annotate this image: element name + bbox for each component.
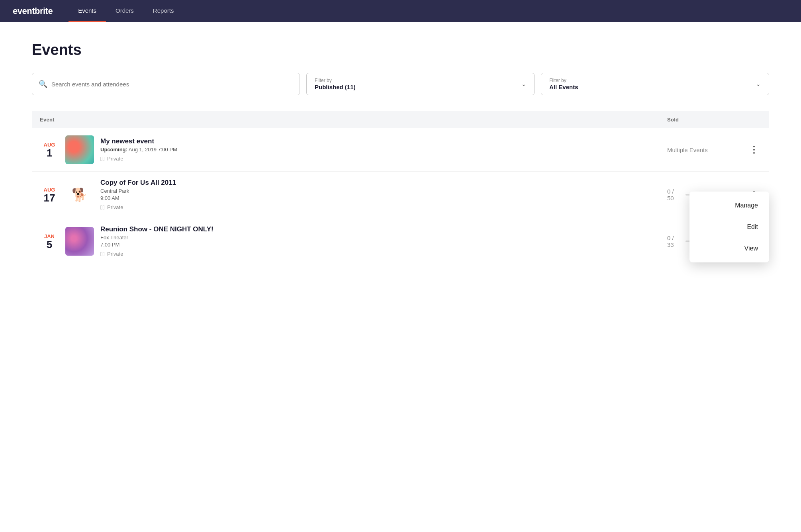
date-day: 1 [40,148,59,158]
event-upcoming: Upcoming: Aug 1, 2019 7:00 PM [100,147,177,153]
logo: eventbrite [13,6,53,16]
filter1-value: Published (11) [315,84,356,90]
events-table: Event Sold Aug 1 My newest event Upcomin… [32,111,769,264]
event-name: My newest event [100,137,177,145]
filter1-label: Filter by [315,78,356,83]
dropdown-menu: Manage Edit View [689,192,769,262]
col-sold: Sold [659,111,739,128]
sold-value: Multiple Events [667,147,708,153]
col-event: Event [32,111,659,128]
event-cell: Jan 5 Reunion Show - ONE NIGHT ONLY! Fox… [32,218,659,265]
event-info: My newest event Upcoming: Aug 1, 2019 7:… [100,137,177,162]
event-time: 9:00 AM [100,195,176,201]
event-location: Fox Theater [100,235,213,241]
table-row: Aug 17 🐕 Copy of For Us All 2011 Central… [32,172,769,218]
filter-allevents-dropdown[interactable]: Filter by All Events ⌄ [541,73,769,95]
sold-value: 0 / 33 [667,235,682,248]
event-time: 7:00 PM [100,242,213,248]
event-thumb [65,227,94,256]
event-name: Copy of For Us All 2011 [100,179,176,187]
more-options-button[interactable] [747,143,761,157]
eye-slash-icon: 👁̸ [100,204,105,211]
page-title: Events [32,41,769,59]
nav-link-orders[interactable]: Orders [106,0,143,22]
event-thumb: 🐕 [65,180,94,209]
private-label: Private [107,156,123,162]
events-body: Aug 1 My newest event Upcoming: Aug 1, 2… [32,128,769,264]
chevron-down-icon2: ⌄ [756,81,761,87]
filter-bar: 🔍 Filter by Published (11) ⌄ Filter by A… [32,73,769,95]
nav-link-reports[interactable]: Reports [143,0,184,22]
private-badge: 👁̸ Private [100,155,177,162]
event-thumb [65,135,94,164]
dropdown-manage[interactable]: Manage [689,195,769,216]
chevron-down-icon: ⌄ [521,81,526,87]
search-input[interactable] [51,81,293,88]
filter-published-dropdown[interactable]: Filter by Published (11) ⌄ [306,73,535,95]
sold-value: 0 / 50 [667,188,682,201]
search-icon: 🔍 [39,80,47,88]
nav-link-events[interactable]: Events [69,0,106,22]
actions-cell [739,128,769,172]
search-box: 🔍 [32,73,300,95]
private-label: Private [107,204,123,210]
date-day: 5 [40,239,59,250]
table-row: Jan 5 Reunion Show - ONE NIGHT ONLY! Fox… [32,218,769,265]
private-badge: 👁̸ Private [100,204,176,211]
main-content: Events 🔍 Filter by Published (11) ⌄ Filt… [0,22,801,284]
navbar: eventbrite Events Orders Reports [0,0,801,22]
private-label: Private [107,251,123,257]
filter2-label: Filter by [549,78,578,83]
nav-links: Events Orders Reports [69,0,183,22]
event-info: Reunion Show - ONE NIGHT ONLY! Fox Theat… [100,225,213,257]
sold-cell: Multiple Events [659,128,739,172]
event-info: Copy of For Us All 2011 Central Park 9:0… [100,179,176,211]
table-header: Event Sold [32,111,769,128]
date-day: 17 [40,193,59,203]
event-cell: Aug 1 My newest event Upcoming: Aug 1, 2… [32,128,659,172]
eye-slash-icon: 👁̸ [100,250,105,257]
dropdown-edit[interactable]: Edit [689,216,769,238]
filter2-value: All Events [549,84,578,90]
date-block: Aug 1 [40,142,59,158]
actions-cell: Manage Edit View [739,172,769,218]
event-location: Central Park [100,188,176,194]
dropdown-view[interactable]: View [689,238,769,259]
date-block: Jan 5 [40,233,59,250]
private-badge: 👁̸ Private [100,250,213,257]
eye-slash-icon: 👁̸ [100,155,105,162]
table-row: Aug 1 My newest event Upcoming: Aug 1, 2… [32,128,769,172]
date-block: Aug 17 [40,187,59,203]
event-name: Reunion Show - ONE NIGHT ONLY! [100,225,213,233]
event-cell: Aug 17 🐕 Copy of For Us All 2011 Central… [32,172,659,218]
